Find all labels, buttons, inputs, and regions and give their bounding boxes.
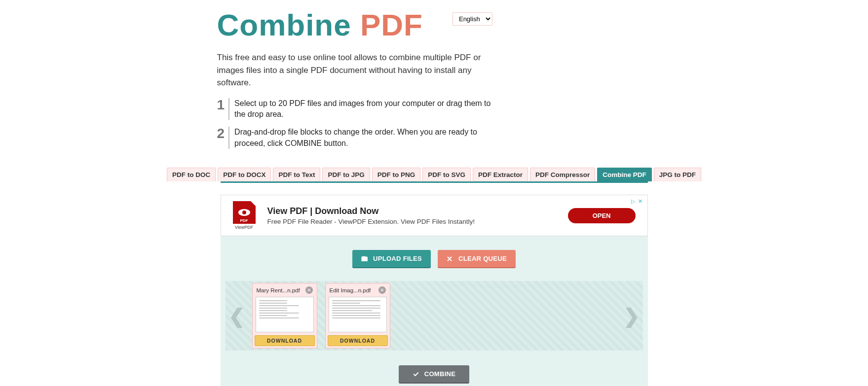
ad-banner[interactable]: ▷ ✕ PDF ViewPDF View PDF | Download Now … <box>221 195 648 236</box>
clear-button-label: CLEAR QUEUE <box>458 255 507 262</box>
clear-queue-button[interactable]: CLEAR QUEUE <box>438 250 516 267</box>
tab-pdf-compressor[interactable]: PDF Compressor <box>530 168 595 181</box>
step-text: Select up to 20 PDF files and images fro… <box>234 98 501 120</box>
step-1: 1 Select up to 20 PDF files and images f… <box>217 98 651 120</box>
tab-jpg-to-pdf[interactable]: JPG to PDF <box>654 168 701 181</box>
ad-subtitle: Free PDF File Reader - ViewPDF Extension… <box>267 218 475 225</box>
file-thumbnail <box>329 297 387 332</box>
step-text: Drag-and-drop file blocks to change the … <box>234 127 501 149</box>
upload-button-label: UPLOAD FILES <box>373 255 422 262</box>
combine-button-label: COMBINE <box>424 370 456 378</box>
ad-icon-caption: ViewPDF <box>233 225 256 230</box>
check-icon <box>413 371 419 377</box>
download-file-button[interactable]: DOWNLOAD <box>328 335 388 346</box>
ad-controls: ▷ ✕ <box>631 198 642 205</box>
clear-icon <box>447 256 453 262</box>
page-description: This free and easy to use online tool al… <box>217 51 493 89</box>
step-number: 2 <box>217 127 230 149</box>
tab-pdf-to-text[interactable]: PDF to Text <box>273 168 320 181</box>
remove-file-icon[interactable]: ✕ <box>305 286 313 294</box>
step-2: 2 Drag-and-drop file blocks to change th… <box>217 127 651 149</box>
file-card[interactable]: Mary Rent...n.pdf ✕ DOWNLOAD <box>252 283 317 349</box>
file-name: Edit Imag...n.pdf <box>330 287 371 293</box>
file-list: Mary Rent...n.pdf ✕ DOWNLOAD <box>252 283 616 349</box>
combine-button[interactable]: COMBINE <box>399 365 470 383</box>
upload-files-button[interactable]: UPLOAD FILES <box>352 250 431 267</box>
ad-title: View PDF | Download Now <box>267 206 475 216</box>
work-area: ▷ ✕ PDF ViewPDF View PDF | Download Now … <box>221 195 648 386</box>
download-file-button[interactable]: DOWNLOAD <box>255 335 315 346</box>
upload-icon <box>361 256 368 262</box>
tab-combine-pdf[interactable]: Combine PDF <box>597 168 652 181</box>
carousel-next-button[interactable]: ❯ <box>622 305 641 327</box>
carousel-prev-button[interactable]: ❮ <box>227 305 246 327</box>
file-card[interactable]: Edit Imag...n.pdf ✕ DOWNLOAD <box>325 283 390 349</box>
language-select[interactable]: English <box>453 12 492 26</box>
tab-pdf-to-jpg[interactable]: PDF to JPG <box>322 168 370 181</box>
remove-file-icon[interactable]: ✕ <box>378 286 386 294</box>
logo-word-1: Combine <box>217 8 351 42</box>
ad-icon-wrap: PDF ViewPDF <box>233 201 256 230</box>
ad-close-icon[interactable]: ✕ <box>638 198 642 205</box>
tab-pdf-extractor[interactable]: PDF Extractor <box>473 168 528 181</box>
ad-text: View PDF | Download Now Free PDF File Re… <box>267 206 475 225</box>
tab-pdf-to-doc[interactable]: PDF to DOC <box>167 168 216 181</box>
step-number: 1 <box>217 98 230 120</box>
file-thumbnail <box>256 297 314 332</box>
action-buttons: UPLOAD FILES CLEAR QUEUE <box>221 250 648 267</box>
ad-open-button[interactable]: OPEN <box>568 208 636 223</box>
site-logo: Combine PDF <box>217 7 423 42</box>
svg-rect-1 <box>363 256 365 257</box>
file-drop-zone[interactable]: ❮ Mary Rent...n.pdf ✕ <box>226 281 643 351</box>
tab-pdf-to-png[interactable]: PDF to PNG <box>372 168 421 181</box>
tab-pdf-to-svg[interactable]: PDF to SVG <box>422 168 471 181</box>
logo-word-2: PDF <box>360 8 423 42</box>
tab-pdf-to-docx[interactable]: PDF to DOCX <box>218 168 271 181</box>
file-name: Mary Rent...n.pdf <box>257 287 300 293</box>
adchoices-icon[interactable]: ▷ <box>631 198 635 205</box>
ad-icon: PDF <box>233 201 256 224</box>
steps-list: 1 Select up to 20 PDF files and images f… <box>217 98 651 149</box>
tool-tabs: PDF to DOC PDF to DOCX PDF to Text PDF t… <box>221 168 648 183</box>
